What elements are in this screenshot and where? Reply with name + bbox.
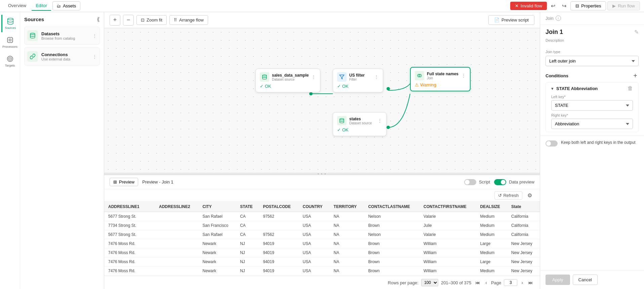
table-cell: Newark [198, 257, 236, 266]
svg-point-15 [309, 92, 313, 95]
table-cell [155, 239, 198, 248]
node-states-type: Dataset source [349, 121, 375, 125]
processors-icon [6, 36, 14, 44]
datasets-icon [30, 33, 36, 39]
left-key-select[interactable]: STATE [551, 100, 633, 111]
settings-button[interactable]: ⚙ [525, 191, 534, 200]
data-table-container[interactable]: ADDRESSLINE1ADDRESSLINE2CITYSTATEPOSTALC… [104, 202, 540, 276]
table-cell: NJ [236, 239, 259, 248]
undo-button[interactable]: ↩ [548, 1, 558, 10]
table-row[interactable]: 7476 Moss Rd.NewarkNJ94019USANABrownWill… [104, 248, 540, 257]
page-input[interactable] [504, 279, 517, 286]
datasets-card-more[interactable]: ⋮ [92, 33, 97, 38]
connections-card[interactable]: Connections Use external data ⋮ [24, 47, 100, 66]
assets-button[interactable]: 🗂 Assets [52, 1, 80, 10]
table-row[interactable]: 5677 Strong St.San RafaelCA97562USANANel… [104, 230, 540, 239]
zoom-in-button[interactable]: + [110, 15, 120, 26]
sources-icon [7, 17, 14, 25]
table-cell [155, 257, 198, 266]
node-filter-more[interactable]: ⋮ [374, 74, 379, 80]
pagination: Rows per page: 100 50 200 201–300 of 375… [104, 276, 540, 289]
svg-point-19 [263, 75, 267, 76]
filter-node-icon [339, 74, 345, 80]
table-cell: USA [299, 212, 330, 221]
sidebar-item-processors[interactable]: Processors [1, 34, 19, 51]
table-row[interactable]: 7734 Strong St.San FranciscoCAUSANABrown… [104, 221, 540, 230]
table-row[interactable]: 7476 Moss Rd.NewarkNJ94019USANABrownWill… [104, 257, 540, 266]
node-states-title: states [349, 117, 375, 121]
keep-both-toggle[interactable] [546, 140, 558, 147]
node-sales-data[interactable]: sales_data_sample Dataset source ⋮ ✓OK [255, 69, 320, 92]
script-toggle[interactable] [464, 179, 476, 185]
node-sales-more[interactable]: ⋮ [311, 74, 316, 80]
table-cell: 94019 [259, 239, 299, 248]
next-page-button[interactable]: › [520, 279, 524, 286]
node-full-state-names[interactable]: Full state names Join ⋮ ⚠Warning [410, 67, 471, 91]
invalid-flow-badge: ✕ Invalid flow [510, 2, 547, 10]
properties-button[interactable]: ⊟ Properties [570, 1, 606, 10]
table-cell: New Jersey [507, 266, 540, 276]
sidebar-item-sources[interactable]: Sources [1, 15, 19, 32]
table-cell: Nelson [364, 230, 419, 239]
node-join-more[interactable]: ⋮ [461, 73, 466, 78]
sidebar-collapse-button[interactable]: ⟪ [97, 16, 100, 23]
node-states[interactable]: states Dataset source ⋮ ✓OK [333, 112, 387, 136]
collapse-icon[interactable]: ▾ [551, 86, 554, 91]
run-flow-button[interactable]: ▶ Run flow [607, 1, 640, 10]
preview-tab-button[interactable]: ⊞ Preview [110, 178, 138, 186]
add-condition-button[interactable]: + [632, 72, 639, 79]
table-header: CONTACTLASTNAME [364, 202, 419, 212]
last-page-button[interactable]: ⏭ [527, 279, 534, 286]
states-node-icon [339, 118, 345, 123]
refresh-button[interactable]: ↺ Refresh [494, 191, 522, 200]
table-header: CITY [198, 202, 236, 212]
table-cell: San Francisco [198, 221, 236, 230]
arrange-flow-button[interactable]: ⠿ Arrange flow [169, 15, 208, 25]
data-preview-toggle[interactable] [494, 179, 506, 185]
canvas[interactable]: sales_data_sample Dataset source ⋮ ✓OK U… [104, 28, 540, 173]
connections-card-more[interactable]: ⋮ [92, 54, 97, 59]
sidebar-item-targets[interactable]: Targets [1, 52, 19, 70]
table-row[interactable]: 7476 Moss Rd.NewarkNJ94019USANABrownWill… [104, 239, 540, 248]
preview-icon: ⊞ [113, 179, 117, 184]
right-panel: Join i Join 1 ✎ Description Join type Le… [540, 12, 644, 289]
delete-icon[interactable]: 🗑 [628, 85, 633, 91]
join-type-select[interactable]: Left outer join Inner join Right outer j… [546, 56, 639, 66]
table-cell: 7476 Moss Rd. [104, 239, 155, 248]
right-key-select[interactable]: Abbreviation [551, 119, 633, 129]
rows-per-page-label: Rows per page: [388, 280, 418, 285]
table-cell: 94019 [259, 257, 299, 266]
table-cell: NA [330, 239, 364, 248]
nav-overview[interactable]: Overview [4, 1, 30, 11]
table-cell: William [419, 257, 476, 266]
redo-button[interactable]: ↪ [559, 1, 569, 10]
properties-icon: ⊟ [575, 3, 579, 8]
table-cell: USA [299, 230, 330, 239]
data-preview-toggle-group: Data preview [494, 179, 534, 185]
node-filter-title: US filter [349, 73, 371, 78]
node-states-more[interactable]: ⋮ [377, 118, 382, 123]
svg-point-16 [387, 87, 390, 90]
node-us-filter[interactable]: US filter Filter ⋮ ✓OK [333, 69, 383, 92]
datasets-card[interactable]: Datasets Browse from catalog ⋮ [24, 27, 100, 45]
table-row[interactable]: 7476 Moss Rd.NewarkNJ94019USANABrownWill… [104, 266, 540, 276]
preview-script-button[interactable]: 📄 Preview script [488, 15, 534, 25]
table-cell: Brown [364, 266, 419, 276]
table-header: State [507, 202, 540, 212]
first-page-button[interactable]: ⏮ [474, 279, 481, 286]
sidebar: Sources Processors Targets Sources ⟪ [0, 12, 104, 289]
zoom-out-button[interactable]: − [123, 15, 134, 26]
prev-page-button[interactable]: ‹ [484, 279, 488, 286]
zoom-fit-button[interactable]: ⊡ Zoom fit [136, 15, 167, 25]
table-cell: NA [330, 257, 364, 266]
table-row[interactable]: 5677 Strong St.San RafaelCA97562USANANel… [104, 212, 540, 221]
edit-icon[interactable]: ✎ [634, 29, 639, 35]
left-key-label: Left key* [551, 95, 633, 99]
table-cell: USA [299, 221, 330, 230]
rows-per-page-select[interactable]: 100 50 200 [421, 279, 438, 286]
apply-button[interactable]: Apply [546, 275, 570, 285]
nav-editor[interactable]: Editor [32, 1, 51, 11]
table-cell: Large [476, 239, 507, 248]
cancel-button[interactable]: Cancel [573, 275, 598, 285]
table-cell [155, 266, 198, 276]
